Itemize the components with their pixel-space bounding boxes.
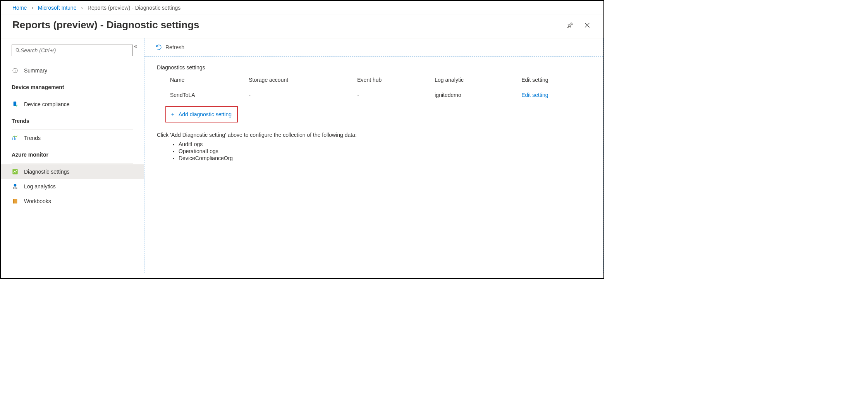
breadcrumb-intune[interactable]: Microsoft Intune <box>38 5 77 11</box>
add-diagnostic-setting-button[interactable]: ＋ Add diagnostic setting <box>165 106 238 122</box>
sidebar-item-workbooks[interactable]: Workbooks <box>1 194 144 209</box>
sidebar-group-device-management: Device management <box>1 78 144 93</box>
svg-point-4 <box>14 184 17 186</box>
breadcrumb-home[interactable]: Home <box>12 5 27 11</box>
list-item: OperationalLogs <box>179 148 591 154</box>
sidebar-item-label: Log analytics <box>24 183 56 190</box>
svg-rect-6 <box>15 186 16 189</box>
sidebar: Summary Device management Device complia… <box>1 38 144 273</box>
content-area: Refresh Diagnostics settings Name Storag… <box>144 38 603 273</box>
close-button[interactable] <box>582 20 593 31</box>
trends-icon <box>12 134 19 141</box>
col-edit: Edit setting <box>508 73 591 87</box>
cell-name: SendToLA <box>157 87 235 103</box>
sidebar-item-device-compliance[interactable]: Device compliance <box>1 97 144 112</box>
chevron-double-left-icon <box>133 44 138 49</box>
col-log: Log analytic <box>421 73 508 87</box>
svg-rect-9 <box>13 199 14 203</box>
cell-log: ignitedemo <box>421 87 508 103</box>
plus-icon: ＋ <box>170 111 175 118</box>
sidebar-item-label: Trends <box>24 135 41 141</box>
page-header: Reports (preview) - Diagnostic settings <box>1 14 603 38</box>
sidebar-group-trends: Trends <box>1 112 144 127</box>
refresh-button[interactable]: Refresh <box>155 44 184 51</box>
diagnostics-section-label: Diagnostics settings <box>157 64 591 71</box>
info-icon <box>12 67 19 74</box>
refresh-icon <box>155 44 162 51</box>
edit-setting-link[interactable]: Edit setting <box>508 87 591 103</box>
close-icon <box>583 21 591 29</box>
divider <box>12 129 133 130</box>
toolbar: Refresh <box>144 38 603 57</box>
col-eventhub: Event hub <box>344 73 421 87</box>
breadcrumb-current: Reports (preview) - Diagnostic settings <box>88 5 180 11</box>
list-item: DeviceComplianceOrg <box>179 155 591 161</box>
diagnostics-table: Name Storage account Event hub Log analy… <box>157 73 591 103</box>
sidebar-item-log-analytics[interactable]: Log analytics <box>1 179 144 194</box>
svg-rect-5 <box>13 187 14 189</box>
log-icon <box>12 183 19 190</box>
breadcrumb: Home › Microsoft Intune › Reports (previ… <box>1 1 603 14</box>
page-title: Reports (preview) - Diagnostic settings <box>12 19 199 31</box>
diag-icon <box>12 168 19 175</box>
col-storage: Storage account <box>235 73 344 87</box>
search-box[interactable] <box>12 45 133 56</box>
workbooks-icon <box>12 198 19 205</box>
breadcrumb-sep: › <box>31 5 33 11</box>
sidebar-item-diagnostic-settings[interactable]: Diagnostic settings <box>1 164 144 179</box>
device-icon <box>12 101 19 108</box>
pin-button[interactable] <box>565 20 576 31</box>
col-name: Name <box>157 73 235 87</box>
sidebar-item-label: Summary <box>24 67 47 74</box>
collapse-sidebar-button[interactable] <box>133 44 138 50</box>
sidebar-item-trends[interactable]: Trends <box>1 131 144 145</box>
sidebar-item-label: Device compliance <box>24 101 70 107</box>
sidebar-item-label: Diagnostic settings <box>24 169 70 175</box>
svg-rect-7 <box>16 188 17 189</box>
pin-icon <box>566 21 574 29</box>
list-item: AuditLogs <box>179 141 591 147</box>
divider <box>12 163 133 164</box>
sidebar-group-azure-monitor: Azure monitor <box>1 145 144 161</box>
svg-point-0 <box>16 48 19 51</box>
search-input[interactable] <box>21 47 129 53</box>
hint-text: Click 'Add Diagnostic setting' above to … <box>157 132 591 138</box>
sidebar-item-summary[interactable]: Summary <box>1 63 144 78</box>
breadcrumb-sep: › <box>81 5 83 11</box>
table-row: SendToLA - - ignitedemo Edit setting <box>157 87 591 103</box>
cell-storage: - <box>235 87 344 103</box>
cell-eventhub: - <box>344 87 421 103</box>
divider <box>12 96 133 96</box>
refresh-label: Refresh <box>165 44 184 50</box>
sidebar-item-label: Workbooks <box>24 198 51 204</box>
search-icon <box>15 48 21 53</box>
data-types-list: AuditLogs OperationalLogs DeviceComplian… <box>179 141 591 161</box>
add-diagnostic-label: Add diagnostic setting <box>179 111 232 117</box>
